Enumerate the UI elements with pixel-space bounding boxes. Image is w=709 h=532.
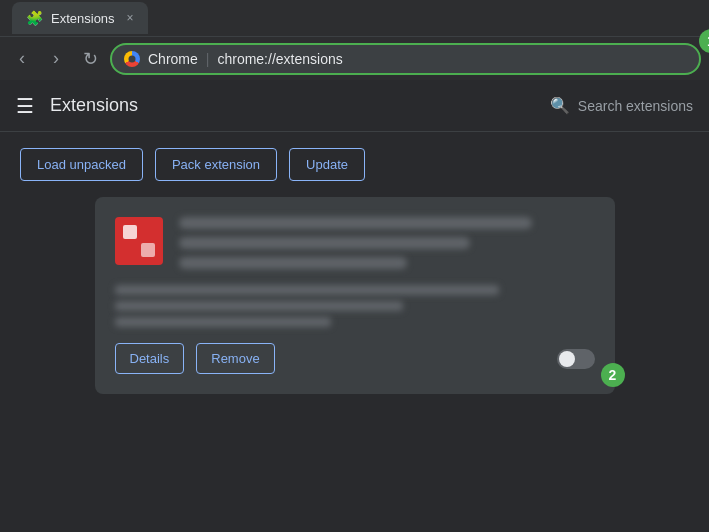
extension-description <box>115 285 595 327</box>
extensions-list: Details Remove 2 <box>0 197 709 532</box>
address-divider: | <box>206 51 210 67</box>
load-unpacked-button[interactable]: Load unpacked <box>20 148 143 181</box>
address-bar[interactable]: Chrome | chrome://extensions 1 <box>110 43 701 75</box>
forward-button[interactable]: › <box>42 45 70 73</box>
extensions-header: ☰ Extensions 🔍 Search extensions <box>0 80 709 132</box>
page-title: Extensions <box>50 95 138 116</box>
extension-icon <box>115 217 163 265</box>
browser-frame: 🧩 Extensions × ‹ › ↻ Chrome | chrome://e… <box>0 0 709 532</box>
extensions-tab[interactable]: 🧩 Extensions × <box>12 2 148 34</box>
back-button[interactable]: ‹ <box>8 45 36 73</box>
menu-icon[interactable]: ☰ <box>16 94 34 118</box>
pack-extension-button[interactable]: Pack extension <box>155 148 277 181</box>
tab-title: Extensions <box>51 11 115 26</box>
search-placeholder: Search extensions <box>578 98 693 114</box>
ext-name-blurred <box>179 217 533 229</box>
ext-version-blurred <box>179 257 408 269</box>
card-top <box>115 217 595 269</box>
toolbar: Load unpacked Pack extension Update <box>0 132 709 197</box>
toggle-wrapper: 2 <box>557 349 595 369</box>
puzzle-icon: 🧩 <box>26 10 43 26</box>
extension-card: Details Remove 2 <box>95 197 615 394</box>
desc-line-3 <box>115 317 331 327</box>
extension-info <box>179 217 595 269</box>
ext-subtitle-blurred <box>179 237 470 249</box>
url-text: chrome://extensions <box>217 51 342 67</box>
step-2-badge: 2 <box>601 363 625 387</box>
site-label: Chrome <box>148 51 198 67</box>
desc-line-2 <box>115 301 403 311</box>
page-content: ☰ Extensions 🔍 Search extensions Load un… <box>0 80 709 532</box>
update-button[interactable]: Update <box>289 148 365 181</box>
nav-bar: ‹ › ↻ Chrome | chrome://extensions 1 <box>0 36 709 80</box>
close-tab-button[interactable]: × <box>127 11 134 25</box>
chrome-logo-icon <box>124 51 140 67</box>
search-icon: 🔍 <box>550 96 570 115</box>
tab-area: 🧩 Extensions × <box>12 2 148 34</box>
refresh-button[interactable]: ↻ <box>76 45 104 73</box>
title-bar: 🧩 Extensions × <box>0 0 709 36</box>
toggle-knob <box>559 351 575 367</box>
remove-button[interactable]: Remove <box>196 343 274 374</box>
search-area[interactable]: 🔍 Search extensions <box>550 96 693 115</box>
details-button[interactable]: Details <box>115 343 185 374</box>
extension-toggle[interactable] <box>557 349 595 369</box>
desc-line-1 <box>115 285 499 295</box>
card-footer: Details Remove 2 <box>115 343 595 374</box>
